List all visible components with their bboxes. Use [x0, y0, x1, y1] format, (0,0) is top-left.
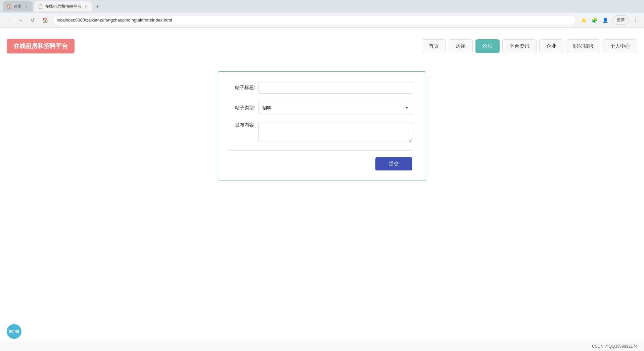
form-divider: [228, 150, 412, 151]
address-input[interactable]: localhost:8080/zaixianzufangzhaopinoingt…: [52, 15, 576, 25]
address-bar: ← → ↺ 🏠 localhost:8080/zaixianzufangzhao…: [0, 13, 644, 28]
site-header: 在线租房和招聘平台 首页 房屋 论坛 平台资讯 企业 职位招聘 个人中心: [0, 28, 644, 65]
address-right-buttons: ⭐ 🧩 👤 更新 ⋮: [579, 15, 640, 25]
type-select[interactable]: 招聘 租房 求职 求租: [259, 102, 412, 114]
refresh-button[interactable]: ↺: [28, 15, 38, 25]
content-row: 发布内容:: [228, 122, 412, 142]
menu-icon[interactable]: ⋮: [631, 15, 640, 25]
tab-close-1[interactable]: ✕: [24, 4, 29, 9]
post-form: 帖子标题: 帖子类型: 招聘 租房 求职 求租 ▼ 发布内容: 提交: [218, 71, 426, 181]
account-icon[interactable]: 👤: [600, 15, 610, 25]
type-row: 帖子类型: 招聘 租房 求职 求租 ▼: [228, 102, 412, 114]
tab-favicon-1: 🏠: [7, 4, 12, 9]
forward-button[interactable]: →: [16, 15, 26, 25]
type-label: 帖子类型:: [228, 105, 255, 111]
nav-platform[interactable]: 平台资讯: [502, 39, 537, 53]
timer-badge: 00:49: [7, 324, 21, 339]
tab-favicon-2: 📋: [38, 4, 43, 9]
back-button[interactable]: ←: [4, 15, 13, 25]
timer-value: 00:49: [9, 329, 19, 334]
content-textarea[interactable]: [259, 122, 412, 142]
browser-chrome: 🏠 首页 ✕ 📋 在线租房和招聘平台 ✕ + ← → ↺ 🏠 localhost…: [0, 0, 644, 28]
home-button[interactable]: 🏠: [40, 15, 50, 25]
bottom-bar: CSDN @QQ3359892174: [0, 341, 644, 351]
page-content: 在线租房和招聘平台 首页 房屋 论坛 平台资讯 企业 职位招聘 个人中心 帖子标…: [0, 28, 644, 350]
nav-jobs[interactable]: 职位招聘: [566, 39, 600, 53]
nav-house[interactable]: 房屋: [449, 39, 473, 53]
submit-button[interactable]: 提交: [375, 157, 412, 170]
nav-enterprise[interactable]: 企业: [539, 39, 563, 53]
title-input[interactable]: [259, 82, 412, 94]
nav-forum[interactable]: 论坛: [475, 39, 500, 53]
content-label: 发布内容:: [228, 122, 255, 128]
tab-inactive-home[interactable]: 🏠 首页 ✕: [3, 1, 33, 11]
tab-bar: 🏠 首页 ✕ 📋 在线租房和招聘平台 ✕ +: [0, 0, 644, 13]
nav-personal[interactable]: 个人中心: [603, 39, 637, 53]
bookmark-icon[interactable]: ⭐: [579, 15, 588, 25]
form-actions: 提交: [228, 156, 412, 170]
update-button[interactable]: 更新: [612, 15, 629, 25]
new-tab-button[interactable]: +: [93, 2, 102, 11]
tab-active-forum[interactable]: 📋 在线租房和招聘平台 ✕: [34, 1, 92, 11]
type-select-wrap: 招聘 租房 求职 求租 ▼: [259, 102, 412, 114]
extension-icon[interactable]: 🧩: [590, 15, 599, 25]
site-logo: 在线租房和招聘平台: [7, 39, 75, 53]
address-text: localhost:8080/zaixianzufangzhaopinoingt…: [57, 17, 172, 23]
nav-home[interactable]: 首页: [422, 39, 446, 53]
site-nav: 首页 房屋 论坛 平台资讯 企业 职位招聘 个人中心: [422, 39, 637, 53]
tab-label-1: 首页: [14, 4, 22, 9]
tab-close-2[interactable]: ✕: [83, 4, 88, 9]
title-label: 帖子标题:: [228, 85, 255, 91]
copyright-text: CSDN @QQ3359892174: [592, 344, 637, 349]
tab-label-2: 在线租房和招聘平台: [45, 4, 81, 9]
title-row: 帖子标题:: [228, 82, 412, 94]
